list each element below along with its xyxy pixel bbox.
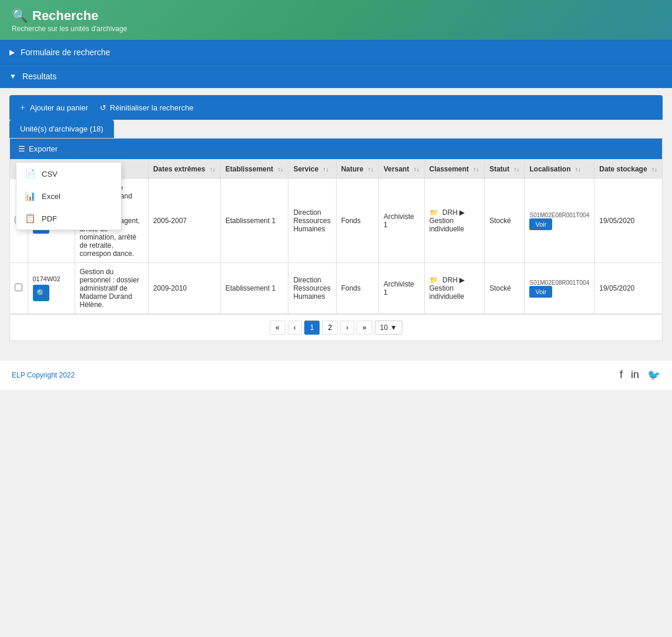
th-service: Service ↑↓ [288,159,336,179]
results-area: ＋ Ajouter au panier ↺ Réinitialiser la r… [0,88,672,348]
th-statut: Statut ↑↓ [485,159,525,179]
table-row: 0174W02 🔍 Gestion du personnel : dossier… [10,263,662,314]
folder-icon-1: 📁 [429,208,438,217]
td-nature-2: Fonds [336,263,378,314]
table-container: ☰ Exporter 📄 CSV 📊 Excel 📋 PDF [9,138,663,341]
reset-search-button[interactable]: ↺ Réinitialiser la recherche [100,102,193,113]
td-date-stockage-2: 19/05/2020 [594,263,662,314]
td-statut-1: Stocké [485,179,525,263]
sort-icon-statut[interactable]: ↑↓ [513,166,519,173]
linkedin-icon[interactable]: in [631,369,639,382]
td-dates-1: 2005-2007 [148,179,220,263]
add-to-cart-button[interactable]: ＋ Ajouter au panier [19,102,88,113]
td-title-2: Gestion du personnel : dossier administr… [75,263,148,314]
reset-icon: ↺ [100,103,106,112]
page-subtitle: Recherche sur les unités d'archivage [12,25,660,33]
pagination-first-button[interactable]: « [270,321,285,335]
td-statut-2: Stocké [485,263,525,314]
th-nature: Nature ↑↓ [336,159,378,179]
loc-code-1: S01M02E08R001T004 [529,212,589,218]
sort-icon-localisation[interactable]: ↑↓ [575,166,581,173]
td-etablissement-1: Etablissement 1 [220,179,288,263]
tabs-container: Unité(s) d'archivage (18) [9,120,663,138]
td-service-2: Direction Ressources Humaines [288,263,336,314]
search-icon-header: 🔍 [12,8,28,23]
td-etablissement-2: Etablissement 1 [220,263,288,314]
th-dates: Dates extrêmes ↑↓ [148,159,220,179]
pagination-page-2-button[interactable]: 2 [322,321,338,335]
menu-icon: ☰ [18,144,25,153]
th-versant: Versant ↑↓ [379,159,425,179]
sort-icon-dates[interactable]: ↑↓ [210,166,216,173]
view-location-button-1[interactable]: Voir [529,218,552,230]
td-checkbox-2 [10,263,28,314]
results-section-label: Resultats [22,72,56,81]
top-header: 🔍 Recherche Recherche sur les unités d'a… [0,0,672,40]
form-section-bar[interactable]: ▶ Formulaire de recherche [0,40,672,64]
footer-copyright: ELP Copyright 2022 [12,371,75,379]
th-localisation: Localisation ↑↓ [525,159,594,179]
pagination-prev-button[interactable]: ‹ [288,321,302,335]
loc-code-2: S01M02E08R001T004 [529,279,589,286]
pagination-last-button[interactable]: » [357,321,372,335]
pagination-page-1-button[interactable]: 1 [304,321,320,335]
td-ref-2: 0174W02 🔍 [28,263,75,314]
td-date-stockage-1: 19/05/2020 [594,179,662,263]
tab-archivage-units[interactable]: Unité(s) d'archivage (18) [9,120,114,138]
pagination: « ‹ 1 2 › » 10 ▼ [10,314,662,341]
sort-icon-versant[interactable]: ↑↓ [414,166,419,173]
pdf-icon: 📋 [25,213,36,224]
ref-code-2: 0174W02 [33,275,70,282]
excel-icon: 📊 [25,191,36,201]
export-excel-item[interactable]: 📊 Excel [16,185,121,207]
footer: ELP Copyright 2022 f in 🐦 [0,360,672,390]
td-classement-2: 📁 DRH ▶ Gestion individuelle [424,263,484,314]
export-bar: ☰ Exporter 📄 CSV 📊 Excel 📋 PDF [10,139,662,159]
sort-icon-date-stockage[interactable]: ↑↓ [651,166,657,173]
facebook-icon[interactable]: f [620,369,623,382]
form-collapse-arrow: ▶ [9,48,15,56]
plus-icon: ＋ [19,102,26,113]
export-dropdown: 📄 CSV 📊 Excel 📋 PDF [16,162,122,230]
action-toolbar: ＋ Ajouter au panier ↺ Réinitialiser la r… [9,95,663,120]
td-dates-2: 2009-2010 [148,263,220,314]
twitter-icon[interactable]: 🐦 [647,369,660,382]
td-service-1: Direction Ressources Humaines [288,179,336,263]
sort-icon-nature[interactable]: ↑↓ [368,166,374,173]
td-classement-1: 📁 DRH ▶ Gestion individuelle [424,179,484,263]
th-classement: Classement ↑↓ [424,159,484,179]
export-pdf-item[interactable]: 📋 PDF [16,207,121,230]
sort-icon-classement[interactable]: ↑↓ [473,166,479,173]
page-title: 🔍 Recherche [12,8,660,23]
export-csv-item[interactable]: 📄 CSV [16,163,121,185]
export-button[interactable]: ☰ Exporter [18,144,58,153]
td-versant-1: Archiviste 1 [379,179,425,263]
row-checkbox-2[interactable] [15,284,22,291]
th-etablissement: Etablissement ↑↓ [220,159,288,179]
folder-icon-2: 📁 [429,276,438,284]
td-localisation-1: S01M02E08R001T004 Voir [525,179,594,263]
csv-icon: 📄 [25,168,36,179]
sort-icon-service[interactable]: ↑↓ [322,166,328,173]
th-date-stockage: Date stockage ↑↓ [594,159,662,179]
view-location-button-2[interactable]: Voir [529,286,552,298]
results-collapse-arrow: ▼ [9,72,16,80]
td-localisation-2: S01M02E08R001T004 Voir [525,263,594,314]
sort-icon-etablissement[interactable]: ↑↓ [277,166,283,173]
pagination-next-button[interactable]: › [340,321,354,335]
td-versant-2: Archiviste 1 [379,263,425,314]
td-nature-1: Fonds [336,179,378,263]
form-section-label: Formulaire de recherche [21,48,110,57]
chevron-down-icon: ▼ [390,323,397,332]
footer-social: f in 🐦 [620,369,660,382]
per-page-select[interactable]: 10 ▼ [375,321,402,335]
results-section-bar[interactable]: ▼ Resultats [0,64,672,88]
magnify-button-2[interactable]: 🔍 [33,285,49,301]
